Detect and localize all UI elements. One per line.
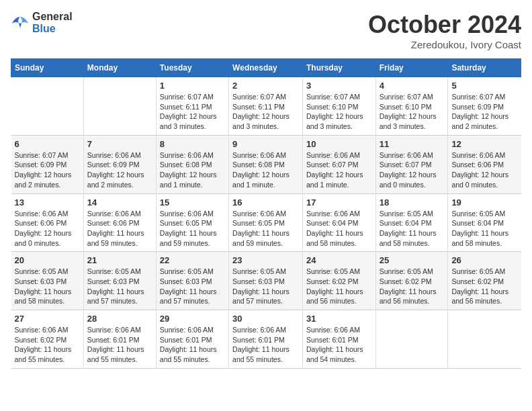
day-info: Sunrise: 6:07 AM Sunset: 6:09 PM Dayligh… <box>451 92 517 132</box>
day-number: 11 <box>380 139 445 149</box>
day-number: 3 <box>306 81 372 91</box>
title-block: October 2024 Zeredoukou, Ivory Coast <box>368 11 521 50</box>
calendar-cell: 10Sunrise: 6:06 AM Sunset: 6:07 PM Dayli… <box>302 135 375 193</box>
logo-blue: Blue <box>32 23 73 35</box>
calendar-cell: 23Sunrise: 6:05 AM Sunset: 6:03 PM Dayli… <box>229 252 303 310</box>
day-info: Sunrise: 6:05 AM Sunset: 6:03 PM Dayligh… <box>232 267 299 306</box>
day-info: Sunrise: 6:05 AM Sunset: 6:02 PM Dayligh… <box>380 267 445 306</box>
day-number: 10 <box>306 139 372 149</box>
day-number: 5 <box>451 81 517 91</box>
calendar-cell <box>448 310 521 369</box>
day-info: Sunrise: 6:06 AM Sunset: 6:01 PM Dayligh… <box>160 325 225 365</box>
calendar-cell: 24Sunrise: 6:05 AM Sunset: 6:02 PM Dayli… <box>302 252 375 310</box>
day-info: Sunrise: 6:06 AM Sunset: 6:05 PM Dayligh… <box>232 209 299 248</box>
day-number: 26 <box>451 255 517 265</box>
day-number: 22 <box>160 255 225 265</box>
day-number: 28 <box>87 314 152 324</box>
column-header-thursday: Thursday <box>302 59 375 77</box>
day-info: Sunrise: 6:06 AM Sunset: 6:06 PM Dayligh… <box>87 209 152 248</box>
day-number: 25 <box>380 255 445 265</box>
calendar-cell: 16Sunrise: 6:06 AM Sunset: 6:05 PM Dayli… <box>229 193 303 252</box>
calendar-cell: 18Sunrise: 6:05 AM Sunset: 6:04 PM Dayli… <box>375 193 448 252</box>
day-number: 14 <box>87 197 152 208</box>
day-info: Sunrise: 6:05 AM Sunset: 6:04 PM Dayligh… <box>451 209 517 248</box>
calendar-cell: 31Sunrise: 6:06 AM Sunset: 6:01 PM Dayli… <box>302 310 375 369</box>
day-info: Sunrise: 6:05 AM Sunset: 6:04 PM Dayligh… <box>380 209 445 248</box>
day-info: Sunrise: 6:07 AM Sunset: 6:10 PM Dayligh… <box>380 92 445 132</box>
calendar-cell: 27Sunrise: 6:06 AM Sunset: 6:02 PM Dayli… <box>11 310 84 369</box>
calendar-cell <box>11 77 84 136</box>
calendar-cell: 22Sunrise: 6:05 AM Sunset: 6:03 PM Dayli… <box>156 252 228 310</box>
calendar-cell: 25Sunrise: 6:05 AM Sunset: 6:02 PM Dayli… <box>375 252 448 310</box>
day-number: 29 <box>160 314 225 324</box>
day-number: 7 <box>87 139 152 149</box>
day-info: Sunrise: 6:06 AM Sunset: 6:08 PM Dayligh… <box>160 150 225 190</box>
logo-general: General <box>32 11 73 23</box>
calendar-cell <box>83 77 156 136</box>
day-info: Sunrise: 6:06 AM Sunset: 6:01 PM Dayligh… <box>232 325 299 365</box>
calendar-cell: 9Sunrise: 6:06 AM Sunset: 6:08 PM Daylig… <box>229 135 303 193</box>
day-info: Sunrise: 6:06 AM Sunset: 6:08 PM Dayligh… <box>232 150 299 190</box>
calendar-cell: 26Sunrise: 6:05 AM Sunset: 6:02 PM Dayli… <box>448 252 521 310</box>
calendar-cell: 5Sunrise: 6:07 AM Sunset: 6:09 PM Daylig… <box>448 77 521 136</box>
calendar-cell: 1Sunrise: 6:07 AM Sunset: 6:11 PM Daylig… <box>156 77 228 136</box>
calendar-cell: 19Sunrise: 6:05 AM Sunset: 6:04 PM Dayli… <box>448 193 521 252</box>
calendar-cell: 15Sunrise: 6:06 AM Sunset: 6:05 PM Dayli… <box>156 193 228 252</box>
calendar-cell: 17Sunrise: 6:06 AM Sunset: 6:04 PM Dayli… <box>302 193 375 252</box>
day-number: 20 <box>15 255 80 265</box>
calendar-cell: 20Sunrise: 6:05 AM Sunset: 6:03 PM Dayli… <box>11 252 84 310</box>
day-number: 18 <box>380 197 445 208</box>
column-header-saturday: Saturday <box>448 59 521 77</box>
day-number: 30 <box>232 314 299 324</box>
day-number: 12 <box>451 139 517 149</box>
column-header-sunday: Sunday <box>11 59 84 77</box>
day-number: 16 <box>232 197 299 208</box>
day-info: Sunrise: 6:07 AM Sunset: 6:11 PM Dayligh… <box>232 92 299 132</box>
column-header-friday: Friday <box>375 59 448 77</box>
calendar-cell: 12Sunrise: 6:06 AM Sunset: 6:06 PM Dayli… <box>448 135 521 193</box>
day-number: 17 <box>306 197 372 208</box>
calendar-cell <box>375 310 448 369</box>
day-number: 9 <box>232 139 299 149</box>
day-info: Sunrise: 6:05 AM Sunset: 6:02 PM Dayligh… <box>306 267 372 306</box>
day-info: Sunrise: 6:07 AM Sunset: 6:10 PM Dayligh… <box>306 92 372 132</box>
day-number: 13 <box>15 197 80 208</box>
calendar-cell: 13Sunrise: 6:06 AM Sunset: 6:06 PM Dayli… <box>11 193 84 252</box>
calendar-cell: 3Sunrise: 6:07 AM Sunset: 6:10 PM Daylig… <box>302 77 375 136</box>
day-number: 2 <box>232 81 299 91</box>
day-info: Sunrise: 6:06 AM Sunset: 6:09 PM Dayligh… <box>87 150 152 190</box>
day-info: Sunrise: 6:05 AM Sunset: 6:03 PM Dayligh… <box>87 267 152 306</box>
day-number: 27 <box>15 314 80 324</box>
day-info: Sunrise: 6:06 AM Sunset: 6:02 PM Dayligh… <box>15 325 80 365</box>
day-info: Sunrise: 6:07 AM Sunset: 6:09 PM Dayligh… <box>15 150 80 190</box>
calendar-cell: 21Sunrise: 6:05 AM Sunset: 6:03 PM Dayli… <box>83 252 156 310</box>
day-number: 24 <box>306 255 372 265</box>
month-title: October 2024 <box>368 11 521 39</box>
calendar-cell: 4Sunrise: 6:07 AM Sunset: 6:10 PM Daylig… <box>375 77 448 136</box>
calendar-cell: 30Sunrise: 6:06 AM Sunset: 6:01 PM Dayli… <box>229 310 303 369</box>
day-info: Sunrise: 6:06 AM Sunset: 6:06 PM Dayligh… <box>15 209 80 248</box>
day-number: 6 <box>15 139 80 149</box>
location-subtitle: Zeredoukou, Ivory Coast <box>368 39 521 50</box>
day-info: Sunrise: 6:06 AM Sunset: 6:01 PM Dayligh… <box>87 325 152 365</box>
day-number: 8 <box>160 139 225 149</box>
day-info: Sunrise: 6:06 AM Sunset: 6:07 PM Dayligh… <box>306 150 372 190</box>
day-info: Sunrise: 6:05 AM Sunset: 6:03 PM Dayligh… <box>15 267 80 306</box>
day-number: 31 <box>306 314 372 324</box>
calendar-cell: 8Sunrise: 6:06 AM Sunset: 6:08 PM Daylig… <box>156 135 228 193</box>
day-number: 1 <box>160 81 225 91</box>
day-info: Sunrise: 6:06 AM Sunset: 6:04 PM Dayligh… <box>306 209 372 248</box>
day-info: Sunrise: 6:05 AM Sunset: 6:03 PM Dayligh… <box>160 267 225 306</box>
day-number: 21 <box>87 255 152 265</box>
calendar-cell: 6Sunrise: 6:07 AM Sunset: 6:09 PM Daylig… <box>11 135 84 193</box>
calendar-cell: 11Sunrise: 6:06 AM Sunset: 6:07 PM Dayli… <box>375 135 448 193</box>
day-info: Sunrise: 6:06 AM Sunset: 6:05 PM Dayligh… <box>160 209 225 248</box>
logo-bird-icon <box>11 15 30 30</box>
day-info: Sunrise: 6:07 AM Sunset: 6:11 PM Dayligh… <box>160 92 225 132</box>
day-number: 15 <box>160 197 225 208</box>
day-info: Sunrise: 6:05 AM Sunset: 6:02 PM Dayligh… <box>451 267 517 306</box>
day-info: Sunrise: 6:06 AM Sunset: 6:07 PM Dayligh… <box>380 150 445 190</box>
column-header-tuesday: Tuesday <box>156 59 228 77</box>
calendar-cell: 14Sunrise: 6:06 AM Sunset: 6:06 PM Dayli… <box>83 193 156 252</box>
calendar-cell: 28Sunrise: 6:06 AM Sunset: 6:01 PM Dayli… <box>83 310 156 369</box>
